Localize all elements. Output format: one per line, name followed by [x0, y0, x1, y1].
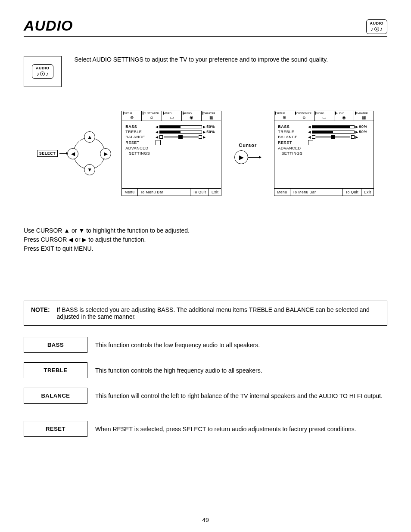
osd-tab-audio[interactable]: AUDIO ◉	[334, 111, 354, 121]
slider[interactable]: ◀ ▶ 50%	[156, 130, 218, 134]
audio-chip-small: AUDIO ♪♪	[366, 19, 388, 34]
customize-icon: ☺	[302, 115, 307, 120]
video-icon: ▭	[170, 115, 174, 120]
page-number: 49	[0, 516, 411, 523]
audio-chip-box: AUDIO ♪♪	[24, 56, 62, 87]
theater-icon: ▦	[362, 115, 366, 120]
definitions: BASS This function controls the low freq…	[24, 337, 387, 437]
osd-footer-menu[interactable]: Menu	[274, 189, 290, 196]
osd-tab-label: AUDIO	[334, 112, 354, 115]
slider[interactable]: ◀ ▶ 50%	[156, 124, 218, 129]
setup-icon: ⊕	[283, 115, 286, 120]
osd-tab-setup[interactable]: SETUP ⊕	[122, 111, 142, 121]
setup-icon: ⊕	[130, 115, 134, 120]
balance-slider[interactable]: ◀ ▶	[156, 135, 218, 139]
osd-tab-customize[interactable]: CUSTOMIZE ☺	[142, 111, 162, 121]
osd-tab-setup[interactable]: SETUP ⊕	[274, 111, 294, 121]
osd-tab-theater[interactable]: THEATER ▦	[202, 111, 221, 121]
osd-row-label: RESET	[278, 140, 308, 145]
reset-checkbox[interactable]	[156, 140, 161, 145]
osd-footer-quit: To Quit	[342, 189, 361, 196]
cursor-label: Cursor	[239, 143, 257, 148]
definition-text: This function will control the left to r…	[95, 392, 387, 399]
audio-chip-large-label: AUDIO	[36, 66, 50, 70]
cursor-right-button[interactable]: ▶	[234, 150, 248, 164]
osd-tab-customize[interactable]: CUSTOMIZE ☺	[294, 111, 314, 121]
osd-row-label: ADVANCED	[278, 146, 308, 150]
dpad-right[interactable]: ▶	[100, 148, 111, 159]
remote-control: SELECT ▲ ▼ ◀ ▶	[37, 134, 109, 173]
osd-tab-label: THEATER	[354, 112, 374, 115]
note-text: If BASS is selected you are adjusting BA…	[57, 306, 380, 320]
definition-text: When RESET is selected, press SELECT to …	[95, 426, 387, 432]
osd-screen-right: SETUP ⊕ CUSTOMIZE ☺ VIDEO ▭ AUDIO ◉ THEA…	[274, 111, 374, 196]
audio-icon: ◉	[190, 115, 194, 120]
dpad-down[interactable]: ▼	[84, 164, 95, 175]
osd-footer-mid: To Menu Bar	[138, 189, 166, 196]
osd-footer-exit[interactable]: Exit	[361, 189, 374, 196]
osd-footer-exit[interactable]: Exit	[209, 189, 221, 196]
osd-tab-label: THEATER	[202, 112, 221, 115]
definition-row: BALANCE This function will control the l…	[24, 388, 387, 404]
osd-footer-menu[interactable]: Menu	[122, 189, 137, 196]
slider[interactable]: ◀ ▶ 90%	[308, 124, 370, 129]
definition-label-reset: RESET	[24, 421, 87, 437]
note-box: NOTE: If BASS is selected you are adjust…	[24, 301, 387, 326]
definition-row: TREBLE This function controls the high f…	[24, 362, 387, 378]
definition-label-bass: BASS	[24, 337, 87, 353]
arrow-right-icon	[59, 153, 68, 154]
osd-row-treble: TREBLE ◀ ▶ 50%	[125, 130, 218, 134]
definition-text: This function controls the low frequency…	[95, 342, 387, 348]
osd-tab-label: AUDIO	[182, 112, 201, 115]
note-label: NOTE:	[31, 306, 50, 320]
osd-tab-video[interactable]: VIDEO ▭	[314, 111, 334, 121]
audio-icon: ♪♪	[37, 71, 49, 77]
customize-icon: ☺	[149, 115, 154, 120]
header-row: AUDIO AUDIO ♪♪	[24, 17, 387, 34]
osd-row-bass: BASS ◀ ▶ 50%	[125, 124, 218, 129]
osd-tab-label: VIDEO	[314, 112, 334, 115]
dpad: ▲ ▼ ◀ ▶	[70, 134, 109, 173]
definition-text: This function controls the high frequenc…	[95, 367, 387, 374]
osd-tab-theater[interactable]: THEATER ▦	[354, 111, 374, 121]
osd-tab-label: SETUP	[122, 112, 141, 115]
header-rule	[24, 36, 387, 37]
osd-body: BASS ◀ ▶ 50% TREBLE ◀ ▶ 50% BALANCE ◀ ▶ …	[122, 121, 221, 188]
definition-label-balance: BALANCE	[24, 388, 87, 404]
osd-row-settings: SETTINGS	[125, 151, 218, 156]
osd-row-label: SETTINGS	[125, 151, 159, 156]
page: AUDIO AUDIO ♪♪ AUDIO ♪♪ Select AUDIO SET…	[0, 0, 411, 532]
osd-row-bass: BASS ◀ ▶ 90%	[278, 124, 370, 129]
osd-tabs: SETUP ⊕ CUSTOMIZE ☺ VIDEO ▭ AUDIO ◉ THEA…	[274, 111, 374, 121]
audio-chip-large: AUDIO ♪♪	[32, 64, 53, 79]
balance-slider[interactable]: ◀ ▶	[308, 135, 370, 139]
cursor-indicator: Cursor ▶	[234, 143, 261, 164]
osd-tab-video[interactable]: VIDEO ▭	[162, 111, 182, 121]
instructions: Use CURSOR ▲ or ▼ to highlight the funct…	[24, 226, 387, 253]
intro-row: AUDIO ♪♪ Select AUDIO SETTINGS to adjust…	[24, 56, 387, 87]
reset-checkbox[interactable]	[308, 140, 313, 145]
page-title: AUDIO	[24, 17, 73, 34]
osd-screen-left: SETUP ⊕ CUSTOMIZE ☺ VIDEO ▭ AUDIO ◉ THEA…	[121, 111, 221, 196]
instruction-line: Press CURSOR ◀ or ▶ to adjust the functi…	[24, 235, 387, 244]
theater-icon: ▦	[209, 115, 214, 120]
osd-tab-label: VIDEO	[162, 112, 181, 115]
osd-row-label: BALANCE	[125, 135, 156, 139]
definition-row: BASS This function controls the low freq…	[24, 337, 387, 353]
osd-tabs: SETUP ⊕ CUSTOMIZE ☺ VIDEO ▭ AUDIO ◉ THEA…	[122, 111, 221, 121]
osd-footer-mid: To Menu Bar	[290, 189, 319, 196]
osd-tab-label: CUSTOMIZE	[294, 112, 314, 115]
osd-row-label: SETTINGS	[278, 151, 311, 156]
video-icon: ▭	[322, 115, 327, 120]
audio-icon: ♪♪	[371, 26, 383, 32]
osd-body: BASS ◀ ▶ 90% TREBLE ◀ ▶ 50% BALANCE ◀ ▶ …	[274, 121, 374, 188]
osd-row-advanced: ADVANCED	[125, 146, 218, 150]
osd-row-label: RESET	[125, 140, 156, 145]
osd-tab-audio[interactable]: AUDIO ◉	[182, 111, 202, 121]
osd-row-treble: TREBLE ◀ ▶ 50%	[278, 130, 370, 134]
slider[interactable]: ◀ ▶ 50%	[308, 130, 370, 134]
osd-footer: Menu To Menu Bar To Quit Exit	[122, 188, 221, 196]
osd-tab-label: CUSTOMIZE	[142, 112, 161, 115]
diagram: SELECT ▲ ▼ ◀ ▶ SETUP ⊕ CUSTOMIZE ☺ VIDEO…	[24, 111, 387, 196]
definition-label-treble: TREBLE	[24, 362, 87, 378]
